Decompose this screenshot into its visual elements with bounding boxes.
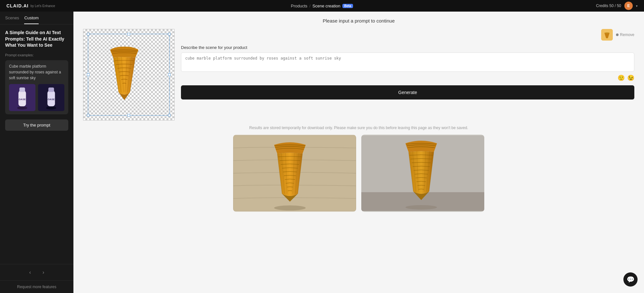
describe-scene-label: Describe the scene for your product	[181, 45, 634, 50]
results-notice: Results are stored temporarily for downl…	[83, 126, 634, 130]
canvas-container	[83, 29, 175, 120]
result-card-2	[361, 135, 484, 212]
page-name: Scene creation	[312, 4, 340, 8]
beta-badge: Beta	[342, 4, 353, 8]
product-thumbnail	[601, 29, 613, 41]
tab-scenes[interactable]: Scenes	[5, 15, 19, 24]
app-body: Scenes Custom A Simple Guide on AI Text …	[0, 12, 644, 293]
request-features-link[interactable]: Request more features	[0, 280, 73, 293]
prompt-examples-label: Prompt examples:	[5, 53, 68, 57]
emoji-wink-button[interactable]: 😉	[627, 74, 634, 81]
credits-label: Credits 50 / 50	[596, 4, 621, 8]
handle-bl[interactable]	[87, 114, 90, 117]
pagination: ‹ ›	[0, 264, 73, 280]
textarea-actions: 🙂 😉	[181, 74, 634, 81]
nav-products-link[interactable]: Products	[291, 4, 307, 8]
avatar[interactable]: E	[624, 2, 633, 10]
scene-input[interactable]	[181, 52, 634, 72]
chevron-down-icon[interactable]: ▾	[636, 4, 638, 8]
remove-button[interactable]: Remove	[616, 33, 634, 37]
sidebar-content: A Simple Guide on AI Text Prompts: Tell …	[0, 24, 73, 264]
breadcrumb: Products / Scene creation Beta	[291, 4, 353, 8]
app-header: CLAID.AI by Let's Enhance Products / Sce…	[0, 0, 644, 12]
emoji-smiley-button[interactable]: 🙂	[618, 74, 625, 81]
workspace-row: Remove Describe the scene for your produ…	[83, 29, 634, 120]
result-card-1	[233, 135, 356, 212]
header-right: Credits 50 / 50 E ▾	[596, 2, 638, 10]
prompt-card-text: Cube marble platform surrounded by roses…	[9, 63, 64, 81]
svg-point-6	[46, 106, 56, 109]
canvas-frame[interactable]	[83, 29, 175, 120]
result-image-2	[361, 135, 484, 212]
prompt-section: Please input a prompt to continue	[83, 18, 634, 24]
prompt-section-title: Please input a prompt to continue	[323, 18, 394, 24]
handle-bm[interactable]	[128, 114, 130, 117]
results-grid	[233, 135, 484, 212]
svg-text:OASE: OASE	[19, 98, 26, 101]
prev-page-button[interactable]: ‹	[27, 268, 33, 277]
logo: CLAID.AI by Let's Enhance	[6, 3, 55, 8]
main-content: Please input a prompt to continue	[73, 12, 644, 293]
prompt-image-2: OASE	[38, 84, 64, 111]
logo-by: by Let's Enhance	[31, 4, 55, 8]
prompt-image-1: OASE	[9, 84, 35, 111]
product-image-canvas	[83, 29, 165, 111]
result-image-1	[233, 135, 356, 212]
sidebar: Scenes Custom A Simple Guide on AI Text …	[0, 12, 73, 293]
chat-button[interactable]: 💬	[623, 272, 638, 287]
svg-rect-8	[48, 88, 54, 92]
chat-icon: 💬	[627, 276, 635, 283]
generate-button[interactable]: Generate	[181, 85, 634, 99]
prompt-images: OASE OASE	[9, 84, 64, 111]
tab-custom[interactable]: Custom	[24, 15, 39, 24]
try-prompt-button[interactable]: Try the prompt	[5, 119, 68, 131]
handle-tr[interactable]	[168, 33, 171, 35]
handle-rm[interactable]	[168, 73, 171, 76]
svg-rect-3	[19, 88, 25, 92]
prompt-card: Cube marble platform surrounded by roses…	[5, 60, 68, 114]
guide-title: A Simple Guide on AI Text Prompts: Tell …	[5, 30, 68, 49]
sidebar-tabs: Scenes Custom	[0, 12, 73, 24]
svg-point-17	[405, 205, 437, 210]
remove-dot-icon	[616, 33, 619, 36]
right-panel: Remove Describe the scene for your produ…	[181, 29, 634, 99]
breadcrumb-slash: /	[309, 4, 311, 8]
product-bar: Remove	[181, 29, 634, 41]
remove-label: Remove	[620, 33, 634, 37]
svg-text:OASE: OASE	[48, 98, 55, 101]
svg-point-1	[17, 106, 27, 109]
svg-point-13	[274, 205, 306, 211]
handle-br[interactable]	[168, 114, 171, 117]
logo-text: CLAID.AI	[6, 3, 29, 8]
next-page-button[interactable]: ›	[40, 268, 47, 277]
